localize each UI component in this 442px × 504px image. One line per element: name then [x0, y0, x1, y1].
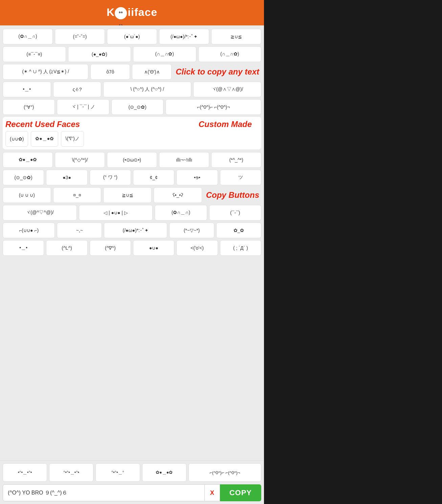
face-btn[interactable]: ≧∪≦ — [211, 29, 261, 44]
face-btn[interactable]: (✿∩＿∩) — [155, 205, 207, 220]
bottom-face-btn[interactable]: °•°•＿° — [95, 463, 140, 482]
face-btn[interactable]: \ (^○^) 人 (^○^) / — [103, 82, 191, 97]
face-btn[interactable]: ¢_¢ — [133, 170, 174, 185]
bottom-face-btn[interactable]: •°•＿•°• — [3, 463, 47, 482]
face-btn[interactable]: (*~▽~*) — [169, 223, 214, 238]
face-btn[interactable]: ヾ(@^▽^@)/ — [3, 205, 77, 220]
face-btn[interactable]: (^∇^) — [90, 240, 131, 256]
face-btn[interactable]: (●´ω`●) — [107, 29, 157, 44]
face-btn[interactable]: ≧∪≦ — [103, 187, 152, 203]
face-btn[interactable]: ◁ | ●∪● | ▷ — [79, 205, 153, 220]
face-row-7: (⊙_⊙✿) ●3● (° ワ °) ¢_¢ •ɘ• ツ — [3, 170, 261, 185]
bottom-face-bar: •°•＿•°• °•°•＿•°• °•°•＿° ✿●＿●✿ ⌐(^0^)⌐ ⌐(… — [0, 460, 264, 482]
face-btn[interactable]: ヾ | ¯-¯ | ノ — [57, 99, 109, 115]
face-btn[interactable]: ⌐(∪∪● ⌐) — [3, 223, 55, 238]
recent-face-btn[interactable]: (∪∪✿) — [5, 131, 28, 147]
recent-used-label: Recent Used Faces — [5, 120, 80, 129]
face-btn[interactable]: (∩＿∩✿) — [133, 46, 196, 62]
face-btn[interactable]: •＿• — [3, 82, 51, 97]
face-btn[interactable]: (=˘ᵕ˘=) — [55, 29, 105, 44]
face-row-5: (°∀°) ヾ | ¯-¯ | ノ (⊙_⊙✿) ⌐(^0^)⌐ ⌐(^0^)¬ — [3, 99, 261, 115]
bottom-face-btn[interactable]: °•°•＿•°• — [49, 463, 93, 482]
face-row-11: •＿• (^L^) (^∇^) ●∪● <('o'<) ( ; ´Д` ) — [3, 240, 261, 256]
main-content: (✿∩＿∩) (=˘ᵕ˘=) (●´ω`●) (/●ω●)/*:･ﾟ✦ ≧∪≦ … — [0, 25, 264, 460]
copy-button[interactable]: COPY — [220, 484, 261, 501]
face-btn[interactable]: ô7ô — [90, 64, 130, 80]
face-btn[interactable]: (° ワ °) — [90, 170, 131, 185]
face-btn[interactable]: \(^◇^*)/ — [55, 152, 105, 168]
face-btn[interactable]: ⌐(^0^)⌐ ⌐(^0^)¬ — [165, 99, 261, 115]
clear-button[interactable]: X — [205, 484, 220, 501]
face-btn[interactable]: <('o'<) — [176, 240, 218, 256]
app-title: Kᵃᵃωiiface — [107, 6, 157, 18]
face-btn[interactable]: (⊙_⊙✿) — [3, 170, 44, 185]
face-btn[interactable]: ✿_✿ — [216, 223, 261, 238]
face-row-6: ✿●＿●✿ \(^◇^*)/ (•⊙ω⊙•) ıllı¬~!ıllı (*^_^… — [3, 152, 261, 168]
face-btn[interactable]: (/●ω●)*:･ﾟ✦ — [104, 223, 167, 238]
face-btn[interactable]: (●_●✿) — [68, 46, 131, 62]
face-btn[interactable]: ʕ•_•ʔ — [154, 187, 202, 203]
recent-faces-row: (∪∪✿) ✿●＿●✿ \('∇')ノ — [5, 131, 259, 147]
face-btn[interactable]: •ɘ• — [176, 170, 218, 185]
copy-buttons-label: Copy Buttons — [206, 190, 259, 200]
face-btn[interactable]: (✶ ^ ∪ ^) 人 (≧V≦✶) / — [3, 64, 88, 80]
face-btn[interactable]: (/●ω●)/*:･ﾟ✦ — [159, 29, 209, 44]
face-btn[interactable]: ●3● — [46, 170, 87, 185]
face-row-4: •＿• ς·ℓ·? \ (^○^) 人 (^○^) / ヾ(@∧▽∧@)/ — [3, 82, 261, 97]
face-row-1: (✿∩＿∩) (=˘ᵕ˘=) (●´ω`●) (/●ω●)/*:･ﾟ✦ ≧∪≦ — [3, 29, 261, 44]
face-row-3: (✶ ^ ∪ ^) 人 (≧V≦✶) / ô7ô ∧('Θ')∧ Click t… — [3, 64, 261, 80]
face-btn[interactable]: (°∀°) — [3, 99, 55, 115]
bottom-face-btn[interactable]: ⌐(^0^)⌐ ⌐(^0^)¬ — [189, 463, 261, 482]
face-btn[interactable]: (✿∩＿∩) — [3, 29, 53, 44]
face-btn[interactable]: (•⊙ω⊙•) — [107, 152, 157, 168]
click-to-copy-label: Click to copy any text — [176, 67, 259, 77]
face-btn[interactable]: ¤_¤ — [53, 187, 102, 203]
face-btn[interactable]: ( ; ´Д` ) — [220, 240, 261, 256]
face-btn[interactable]: (¯-¯) — [209, 205, 261, 220]
face-btn[interactable]: ς·ℓ·? — [53, 82, 102, 97]
input-copy-bar: X COPY — [0, 482, 264, 504]
face-row-9: ヾ(@^▽^@)/ ◁ | ●∪● | ▷ (✿∩＿∩) (¯-¯) — [3, 205, 261, 220]
face-row-8: (∪ ∪ ∪) ¤_¤ ≧∪≦ ʕ•_•ʔ Copy Buttons — [3, 187, 261, 203]
face-btn[interactable]: ●∪● — [133, 240, 174, 256]
face-btn[interactable]: (⊙_⊙✿) — [111, 99, 163, 115]
face-btn[interactable]: ∧('Θ')∧ — [132, 64, 172, 80]
recent-section: Recent Used Faces Custom Made (∪∪✿) ✿●＿●… — [3, 117, 261, 149]
face-row-2: (≡¯-¯≡) (●_●✿) (∩＿∩✿) (∩＿∩✿) — [3, 46, 261, 62]
recent-face-btn[interactable]: ✿●＿●✿ — [31, 131, 58, 147]
face-btn[interactable]: (^L^) — [46, 240, 87, 256]
face-btn[interactable]: (∪ ∪ ∪) — [3, 187, 51, 203]
face-btn[interactable]: ヾ(@∧▽∧@)/ — [193, 82, 261, 97]
recent-face-btn[interactable]: \('∇')ノ — [61, 131, 84, 147]
face-btn[interactable]: ~,~ — [57, 223, 102, 238]
face-btn[interactable]: •＿• — [3, 240, 44, 256]
face-btn[interactable]: ıllı¬~!ıllı — [159, 152, 209, 168]
app-header: Kᵃᵃωiiface — [0, 0, 264, 25]
face-text-input[interactable] — [3, 484, 205, 501]
bottom-face-btn[interactable]: ✿●＿●✿ — [142, 463, 186, 482]
face-btn[interactable]: (∩＿∩✿) — [198, 46, 262, 62]
face-btn[interactable]: (*^_^*) — [211, 152, 261, 168]
face-btn[interactable]: ✿●＿●✿ — [3, 152, 53, 168]
custom-made-label: Custom Made — [199, 120, 252, 129]
face-btn[interactable]: (≡¯-¯≡) — [3, 46, 66, 62]
face-btn[interactable]: ツ — [220, 170, 261, 185]
face-row-10: ⌐(∪∪● ⌐) ~,~ (/●ω●)*:･ﾟ✦ (*~▽~*) ✿_✿ — [3, 223, 261, 238]
logo-icon: ᵃᵃω — [115, 7, 127, 19]
